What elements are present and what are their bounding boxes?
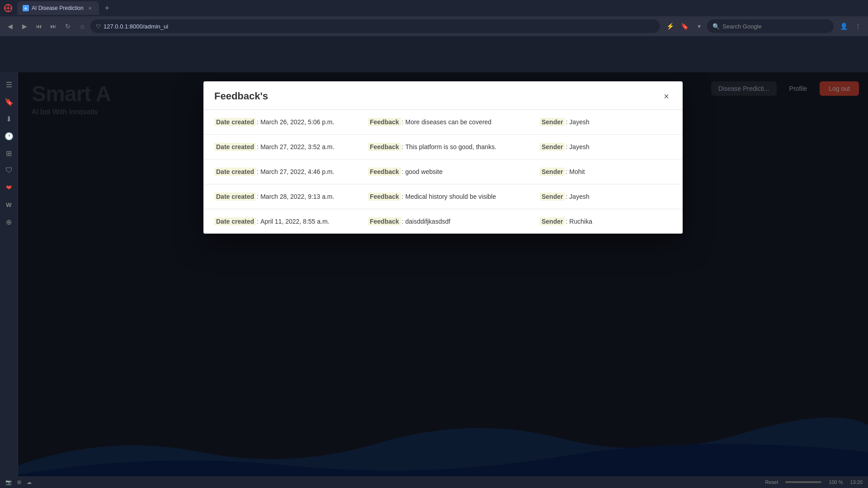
date-value: March 26, 2022, 5:06 p.m. xyxy=(260,118,334,126)
feedback-row: Date created : March 27, 2022, 4:46 p.m.… xyxy=(203,160,683,184)
account-icon[interactable]: 👤 xyxy=(837,20,850,33)
sidebar-item-shield[interactable]: 🛡 xyxy=(2,164,16,177)
feedback-modal: Feedback's × Date created : March 26, 20… xyxy=(203,81,683,234)
search-bar[interactable]: 🔍 Search Google xyxy=(707,19,834,33)
reset-label: Reset xyxy=(765,479,778,485)
sender-label: Sender xyxy=(540,118,565,126)
date-col: Date created : March 27, 2022, 4:46 p.m. xyxy=(214,168,368,176)
modal-close-button[interactable]: × xyxy=(661,91,672,102)
sender-col: Sender : Ruchika xyxy=(540,217,672,225)
address-bar[interactable]: 🛡 127.0.0.1:8000/admin_ui xyxy=(90,19,660,33)
search-placeholder: Search Google xyxy=(722,23,762,30)
search-icon: 🔍 xyxy=(712,23,720,30)
last-page-button[interactable]: ⏭ xyxy=(47,20,60,33)
right-toolbar: 👤 ⋮ xyxy=(837,20,864,33)
sender-value: Jayesh xyxy=(569,118,589,126)
date-col: Date created : March 28, 2022, 9:13 a.m. xyxy=(214,192,368,201)
status-bar: 📷 ⊞ ☁ Reset 100 % 13:20 xyxy=(0,476,868,488)
home-button[interactable]: ⌂ xyxy=(76,20,89,33)
browser-logo-icon xyxy=(4,4,13,13)
sender-col: Sender : Mohit xyxy=(540,168,672,176)
forward-button[interactable]: ▶ xyxy=(18,20,31,33)
sender-value: Mohit xyxy=(569,168,585,175)
feedback-col: Feedback : More diseases can be covered xyxy=(368,118,540,126)
navigation-bar: ◀ ▶ ⏮ ⏭ ↻ ⌂ 🛡 127.0.0.1:8000/admin_ui ⚡ … xyxy=(0,16,868,36)
url-display: 127.0.0.1:8000/admin_ui xyxy=(104,23,168,30)
first-page-button[interactable]: ⏮ xyxy=(33,20,45,33)
time-display: 13:20 xyxy=(850,479,863,485)
date-label: Date created xyxy=(214,143,256,151)
tab-close-button[interactable]: ✕ xyxy=(86,5,94,12)
date-value: March 28, 2022, 9:13 a.m. xyxy=(260,193,334,200)
date-label: Date created xyxy=(214,118,256,126)
date-value: April 11, 2022, 8:55 a.m. xyxy=(260,218,330,225)
status-icon-camera: 📷 xyxy=(5,479,12,485)
sender-col: Sender : Jayesh xyxy=(540,143,672,151)
sidebar-item-menu[interactable]: ☰ xyxy=(2,78,16,91)
feedback-col: Feedback : This platform is so good, tha… xyxy=(368,143,540,151)
tab-label: AI Disease Prediction xyxy=(32,5,84,11)
bookmark-icon[interactable]: 🔖 xyxy=(678,20,691,33)
date-label: Date created xyxy=(214,168,256,176)
zoom-level: 100 % xyxy=(829,479,843,485)
sender-col: Sender : Jayesh xyxy=(540,118,672,126)
date-label: Date created xyxy=(214,217,256,225)
tab-bar: A AI Disease Prediction ✕ + xyxy=(0,0,868,16)
feedback-row: Date created : March 28, 2022, 9:13 a.m.… xyxy=(203,184,683,209)
feedback-list: Date created : March 26, 2022, 5:06 p.m.… xyxy=(203,110,683,234)
sender-value: Jayesh xyxy=(569,193,589,200)
sender-label: Sender xyxy=(540,143,565,151)
bookmark-dropdown-icon[interactable]: ▾ xyxy=(693,20,705,33)
refresh-button[interactable]: ↻ xyxy=(61,20,74,33)
feedback-label: Feedback xyxy=(368,143,401,151)
date-col: Date created : March 26, 2022, 5:06 p.m. xyxy=(214,118,368,126)
status-right: Reset 100 % 13:20 xyxy=(765,479,863,485)
sidebar: ☰ 🔖 ⬇ 🕐 ⊞ 🛡 ❤ W ⊕ xyxy=(0,72,18,488)
date-col: Date created : April 11, 2022, 8:55 a.m. xyxy=(214,217,368,225)
sender-label: Sender xyxy=(540,168,565,176)
back-button[interactable]: ◀ xyxy=(4,20,16,33)
date-value: March 27, 2022, 3:52 a.m. xyxy=(260,143,334,150)
feedback-label: Feedback xyxy=(368,217,401,225)
sender-value: Jayesh xyxy=(569,143,589,150)
modal-overlay: Feedback's × Date created : March 26, 20… xyxy=(18,72,868,488)
active-tab[interactable]: A AI Disease Prediction ✕ xyxy=(17,1,99,15)
sidebar-item-plus[interactable]: ⊕ xyxy=(2,215,16,229)
feedback-row: Date created : April 11, 2022, 8:55 a.m.… xyxy=(203,209,683,234)
settings-icon[interactable]: ⋮ xyxy=(852,20,864,33)
date-label: Date created xyxy=(214,192,256,201)
sidebar-item-bookmarks[interactable]: 🔖 xyxy=(2,95,16,108)
modal-header: Feedback's × xyxy=(203,81,683,110)
new-tab-button[interactable]: + xyxy=(101,2,113,14)
modal-title: Feedback's xyxy=(214,90,268,102)
extensions-icon[interactable]: ⚡ xyxy=(664,20,676,33)
sender-value: Ruchika xyxy=(569,218,592,225)
sender-col: Sender : Jayesh xyxy=(540,192,672,201)
feedback-label: Feedback xyxy=(368,168,401,176)
status-icon-cloud: ☁ xyxy=(27,479,32,485)
feedback-value: daisddifjkasdsdf xyxy=(405,218,450,225)
feedback-value: More diseases can be covered xyxy=(405,118,491,126)
feedback-label: Feedback xyxy=(368,192,401,201)
status-icon-grid: ⊞ xyxy=(17,479,21,485)
sender-label: Sender xyxy=(540,217,565,225)
feedback-col: Feedback : Medical history should be vis… xyxy=(368,192,540,201)
toolbar-icons: ⚡ 🔖 ▾ xyxy=(664,20,705,33)
feedback-value: good website xyxy=(405,168,443,175)
sidebar-item-history[interactable]: 🕐 xyxy=(2,129,16,143)
lock-icon: 🛡 xyxy=(96,23,101,29)
page-background: ☰ 🔖 ⬇ 🕐 ⊞ 🛡 ❤ W ⊕ Smart A AI bot With In… xyxy=(0,36,868,488)
main-content: Smart A AI bot With Innovativ Disease Pr… xyxy=(18,72,868,488)
feedback-label: Feedback xyxy=(368,118,401,126)
sidebar-item-home[interactable]: ⊞ xyxy=(2,146,16,160)
tab-favicon: A xyxy=(23,5,29,11)
feedback-col: Feedback : good website xyxy=(368,168,540,176)
sidebar-item-downloads[interactable]: ⬇ xyxy=(2,112,16,126)
feedback-col: Feedback : daisddifjkasdsdf xyxy=(368,217,540,225)
sidebar-item-heart[interactable]: ❤ xyxy=(2,181,16,194)
feedback-value: Medical history should be visible xyxy=(405,193,496,200)
zoom-slider[interactable] xyxy=(785,481,821,483)
feedback-value: This platform is so good, thanks. xyxy=(405,143,496,150)
date-value: March 27, 2022, 4:46 p.m. xyxy=(260,168,334,175)
sidebar-item-wallet[interactable]: W xyxy=(2,198,16,211)
